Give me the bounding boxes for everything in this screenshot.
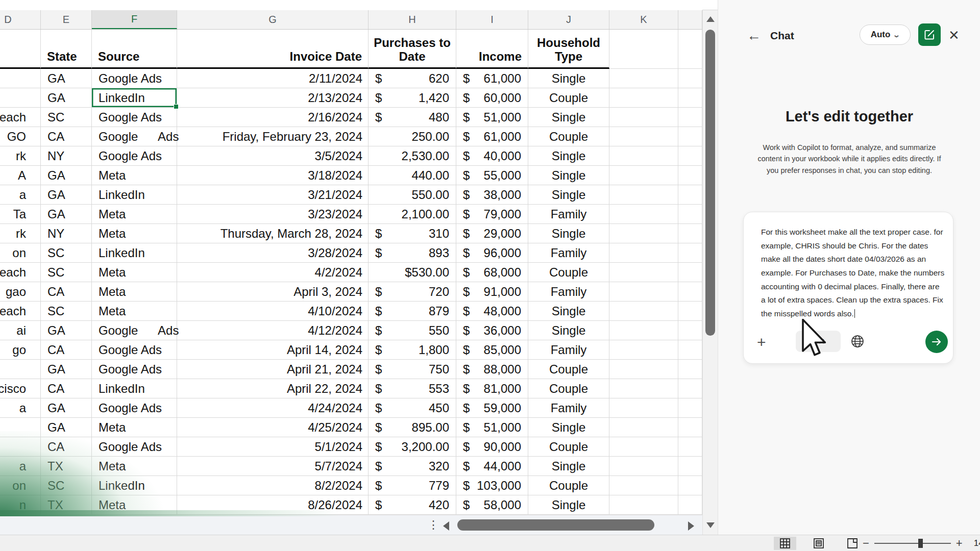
cell-source[interactable]: Google Ads	[92, 321, 177, 340]
cell-household-type[interactable]: Single	[528, 302, 609, 321]
cell-purchases-to-date[interactable]: 550.00	[369, 185, 456, 205]
cell-state[interactable]: TX	[41, 495, 92, 515]
cell-empty[interactable]	[609, 88, 678, 108]
cell-source[interactable]: Google Ads	[92, 398, 177, 418]
page-break-preview-button[interactable]	[841, 537, 864, 550]
cell-household-type[interactable]: Couple	[528, 379, 609, 398]
cell-income[interactable]: $103,000	[456, 476, 528, 495]
cell-empty[interactable]	[609, 205, 678, 224]
cell-source[interactable]: LinkedIn	[92, 476, 177, 495]
cell-empty[interactable]	[609, 398, 678, 418]
cell-invoice-date[interactable]: 2/16/2024	[177, 108, 369, 127]
cell-invoice-date[interactable]: 8/2/2024	[177, 476, 369, 495]
cell-household-type[interactable]: Family	[528, 340, 609, 360]
cell-purchases-to-date[interactable]: $450	[369, 398, 456, 418]
cell-empty[interactable]	[678, 282, 702, 302]
cell-invoice-date[interactable]: 3/23/2024	[177, 205, 369, 224]
cell-empty[interactable]	[678, 321, 702, 340]
scroll-up-arrow-icon[interactable]	[703, 11, 718, 27]
cell-empty[interactable]	[609, 360, 678, 379]
cell-source[interactable]: Google Ads	[92, 437, 177, 457]
zoom-slider[interactable]	[874, 543, 951, 544]
cell-source[interactable]: LinkedIn	[92, 185, 177, 205]
cell-invoice-date[interactable]: 8/26/2024	[177, 495, 369, 515]
scroll-down-arrow-icon[interactable]	[703, 517, 718, 533]
header-purchases[interactable]: Purchases to Date	[369, 30, 456, 69]
cell-empty[interactable]	[678, 379, 702, 398]
cell-state[interactable]: NY	[41, 146, 92, 166]
cell-income[interactable]: $81,000	[456, 379, 528, 398]
cell-state[interactable]: GA	[41, 166, 92, 185]
cell-source[interactable]: Meta	[92, 495, 177, 515]
cell-city[interactable]: go	[0, 340, 41, 360]
workbook-context-chip[interactable]: x ✕	[796, 331, 841, 352]
zoom-in-button[interactable]: +	[956, 538, 963, 549]
cell-invoice-date[interactable]: 3/21/2024	[177, 185, 369, 205]
chat-draft-message[interactable]: For this worksheet make all the text pro…	[761, 226, 945, 321]
cell-city[interactable]: a	[0, 185, 41, 205]
cell-state[interactable]: SC	[41, 243, 92, 263]
cell-income[interactable]: $40,000	[456, 146, 528, 166]
cell-empty[interactable]	[609, 437, 678, 457]
cell-purchases-to-date[interactable]: $895.00	[369, 418, 456, 437]
cell-household-type[interactable]: Single	[528, 321, 609, 340]
cell-income[interactable]: $61,000	[456, 127, 528, 146]
cell-invoice-date[interactable]: 3/18/2024	[177, 166, 369, 185]
cell-purchases-to-date[interactable]: $893	[369, 243, 456, 263]
cell-source[interactable]: Meta	[92, 205, 177, 224]
cell-household-type[interactable]: Couple	[528, 476, 609, 495]
cell-empty[interactable]	[678, 476, 702, 495]
cell-household-type[interactable]: Family	[528, 243, 609, 263]
cell-household-type[interactable]: Family	[528, 205, 609, 224]
cell-household-type[interactable]: Single	[528, 224, 609, 243]
cell-income[interactable]: $90,000	[456, 437, 528, 457]
zoom-percentage[interactable]: 140%	[974, 538, 980, 548]
cell-income[interactable]: $29,000	[456, 224, 528, 243]
vertical-scrollbar[interactable]	[702, 10, 718, 535]
cell-household-type[interactable]: Single	[528, 69, 609, 88]
cell-empty[interactable]	[609, 108, 678, 127]
cell-city[interactable]: GO	[0, 127, 41, 146]
cell-city[interactable]: on	[0, 476, 41, 495]
cell-state[interactable]: CA	[41, 437, 92, 457]
column-header-D[interactable]: D	[0, 10, 41, 29]
cell-source[interactable]: Google Ads	[92, 340, 177, 360]
cell-purchases-to-date[interactable]: 2,100.00	[369, 205, 456, 224]
cell-city[interactable]	[0, 437, 41, 457]
cell-empty[interactable]	[678, 263, 702, 282]
cell-city[interactable]: Beach	[0, 108, 41, 127]
cell-income[interactable]: $51,000	[456, 418, 528, 437]
cell-purchases-to-date[interactable]: $480	[369, 108, 456, 127]
cell-invoice-date[interactable]: 4/12/2024	[177, 321, 369, 340]
cell-invoice-date[interactable]: 2/11/2024	[177, 69, 369, 88]
cell-city[interactable]: rk	[0, 146, 41, 166]
cell-state[interactable]: SC	[41, 302, 92, 321]
cell-household-type[interactable]: Single	[528, 166, 609, 185]
cell-invoice-date[interactable]: 4/24/2024	[177, 398, 369, 418]
send-button[interactable]	[925, 331, 948, 353]
cell-source[interactable]: Meta	[92, 263, 177, 282]
header-city-partial[interactable]	[0, 30, 41, 69]
cell-income[interactable]: $58,000	[456, 495, 528, 515]
cell-city[interactable]	[0, 69, 41, 88]
cell-source[interactable]: Google Ads	[92, 108, 177, 127]
cell-empty[interactable]	[609, 302, 678, 321]
cell-purchases-to-date[interactable]: $720	[369, 282, 456, 302]
cell-empty[interactable]	[609, 69, 678, 88]
cell-household-type[interactable]: Couple	[528, 437, 609, 457]
cell-source[interactable]: Meta	[92, 418, 177, 437]
cell-household-type[interactable]: Family	[528, 282, 609, 302]
column-header-J[interactable]: J	[528, 10, 609, 29]
cell-empty[interactable]	[609, 282, 678, 302]
cell-city[interactable]: ncisco	[0, 379, 41, 398]
cell-city[interactable]: rk	[0, 224, 41, 243]
cell-source[interactable]: Google Ads	[92, 360, 177, 379]
cell-empty[interactable]	[678, 418, 702, 437]
column-header-K[interactable]: K	[609, 10, 678, 29]
cell-empty[interactable]	[678, 398, 702, 418]
cell-income[interactable]: $91,000	[456, 282, 528, 302]
cell-purchases-to-date[interactable]: $310	[369, 224, 456, 243]
cell-household-type[interactable]: Couple	[528, 88, 609, 108]
cell-income[interactable]: $85,000	[456, 340, 528, 360]
cell-income[interactable]: $88,000	[456, 360, 528, 379]
